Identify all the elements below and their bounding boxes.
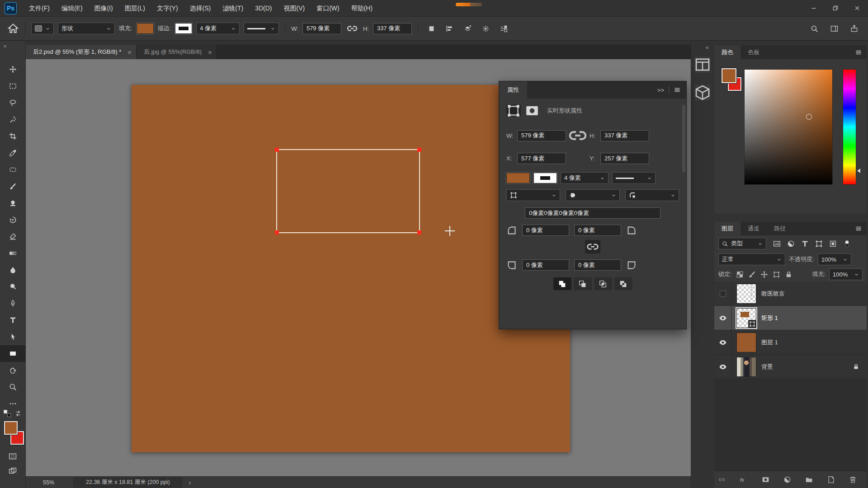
tool-preset-picker[interactable] <box>31 23 54 34</box>
stroke-type-select[interactable] <box>244 23 279 34</box>
selection-handle[interactable] <box>275 148 279 152</box>
menu-edit[interactable]: 编辑(E) <box>56 0 89 16</box>
fill-input[interactable]: 100% <box>829 268 863 280</box>
pen-tool[interactable] <box>0 295 26 312</box>
combine-shapes-button[interactable] <box>553 277 571 290</box>
shape-stroke-type-select[interactable] <box>612 172 656 184</box>
radius-bottom-right-input[interactable]: 0 像素 <box>574 259 621 271</box>
align-edges-button[interactable] <box>496 22 512 35</box>
layer-filter-select[interactable]: 类型 <box>718 238 766 249</box>
path-selection-tool[interactable] <box>0 328 26 345</box>
eyedropper-tool[interactable] <box>0 145 26 161</box>
selection-handle[interactable] <box>275 230 279 235</box>
mask-mode-icon[interactable] <box>525 104 539 117</box>
foreground-color-swatch[interactable] <box>722 68 736 83</box>
zoom-level-field[interactable]: 55% <box>43 479 54 486</box>
fill-color-swatch[interactable] <box>137 23 154 34</box>
blend-mode-select[interactable]: 正常 <box>718 253 785 265</box>
tab-color[interactable]: 颜色 <box>714 46 741 59</box>
corner-bottom-left-icon[interactable] <box>506 260 517 271</box>
lasso-tool[interactable] <box>0 94 26 111</box>
intersect-shapes-button[interactable] <box>594 277 612 290</box>
shape-stroke-width-select[interactable]: 4 像素 <box>561 172 609 184</box>
filter-shape-layers[interactable] <box>814 239 824 249</box>
filter-smart-objects[interactable] <box>828 239 838 249</box>
layer-visibility-toggle[interactable] <box>714 282 731 305</box>
filter-type-layers[interactable] <box>800 239 810 249</box>
blur-tool[interactable] <box>0 262 26 278</box>
shape-h-input[interactable]: 337 像素 <box>600 130 649 141</box>
default-colors-icon[interactable] <box>3 409 11 418</box>
layer-visibility-toggle[interactable] <box>714 355 731 379</box>
tab-hou-jpg[interactable]: 后.jpg @ 55%(RGB/8)× <box>137 45 217 59</box>
shape-stroke-swatch[interactable] <box>533 173 557 183</box>
gradient-tool[interactable] <box>0 245 26 262</box>
restore-button[interactable] <box>825 0 846 16</box>
hand-tool[interactable] <box>0 362 26 379</box>
menu-file[interactable]: 文件(F) <box>23 0 56 16</box>
tab-swatches[interactable]: 色板 <box>741 46 767 59</box>
menu-window[interactable]: 窗口(W) <box>311 0 345 16</box>
corner-top-right-icon[interactable] <box>626 225 637 236</box>
shape-selection[interactable] <box>276 149 420 233</box>
stroke-align-select[interactable] <box>506 189 560 201</box>
lock-position[interactable] <box>760 270 769 278</box>
lock-transparent-pixels[interactable] <box>736 270 744 278</box>
filter-adjustment-layers[interactable] <box>786 239 796 249</box>
shape-height-input[interactable]: 337 像素 <box>373 23 412 34</box>
screen-mode-button[interactable] <box>6 465 19 476</box>
menu-filter[interactable]: 滤镜(T) <box>217 0 249 16</box>
path-operations-button[interactable] <box>424 22 439 35</box>
menu-type[interactable]: 文字(Y) <box>151 0 184 16</box>
corner-top-left-icon[interactable] <box>506 225 517 236</box>
exclude-shapes-button[interactable] <box>614 277 632 290</box>
share-button[interactable] <box>846 22 862 35</box>
menu-select[interactable]: 选择(S) <box>184 0 217 16</box>
search-button[interactable] <box>807 22 822 35</box>
layer-visibility-toggle[interactable] <box>714 330 731 354</box>
zoom-tool[interactable] <box>0 379 26 395</box>
properties-tab[interactable]: 属性 <box>499 81 527 99</box>
stroke-corner-select[interactable] <box>625 189 679 201</box>
move-tool[interactable] <box>0 61 26 78</box>
add-layer-mask-button[interactable] <box>758 473 773 487</box>
filter-pixel-layers[interactable] <box>772 239 782 249</box>
layer-thumbnail[interactable] <box>736 357 756 377</box>
shape-settings-gear-button[interactable] <box>478 22 494 35</box>
tab-hou2-psd[interactable]: 后2.psd @ 55% (矩形 1, RGB/8) *× <box>26 45 137 59</box>
rectangular-marquee-tool[interactable] <box>0 78 26 94</box>
layer-thumbnail[interactable] <box>736 308 756 328</box>
shape-fill-swatch[interactable] <box>506 173 530 183</box>
swap-colors-icon[interactable] <box>14 409 22 418</box>
corner-radius-summary-field[interactable]: 0像素0像素0像素0像素 <box>525 207 660 219</box>
lock-artboard[interactable] <box>773 270 781 278</box>
panel-menu-icon[interactable] <box>855 225 867 232</box>
selection-handle[interactable] <box>417 230 421 235</box>
close-button[interactable] <box>846 0 868 16</box>
hue-slider[interactable] <box>843 69 856 185</box>
layer-gan-yi-gan-yan[interactable]: 敢医敢言 <box>714 282 867 306</box>
shape-w-input[interactable]: 579 像素 <box>517 130 566 141</box>
document-info-field[interactable]: 22.36 厘米 x 18.81 厘米 (200 ppi) <box>73 477 183 488</box>
status-chevron-icon[interactable]: › <box>189 479 191 486</box>
tool-mode-select[interactable]: 形状 <box>58 23 115 34</box>
layer-name[interactable]: 敢医敢言 <box>761 290 785 298</box>
path-arrange-button[interactable] <box>460 22 476 35</box>
tab-close-icon[interactable]: × <box>208 48 212 56</box>
workspace-button[interactable] <box>826 22 842 35</box>
link-dimensions-button[interactable] <box>345 23 359 34</box>
collapsed-panel-button-1[interactable] <box>694 56 711 73</box>
clone-stamp-tool[interactable] <box>0 195 26 211</box>
shape-y-input[interactable]: 257 像素 <box>600 153 649 164</box>
eraser-tool[interactable] <box>0 228 26 245</box>
magic-wand-tool[interactable] <box>0 111 26 128</box>
link-layers-button[interactable] <box>714 473 729 487</box>
healing-brush-tool[interactable] <box>0 161 26 178</box>
tab-layers[interactable]: 图层 <box>714 222 741 235</box>
collapse-panel-button[interactable]: >> <box>657 87 664 94</box>
rectangle-tool[interactable] <box>0 345 26 362</box>
opacity-input[interactable]: 100% <box>818 253 851 265</box>
tab-channels[interactable]: 通道 <box>741 222 767 235</box>
new-layer-button[interactable] <box>823 473 838 487</box>
live-shape-mode-icon[interactable] <box>506 104 521 117</box>
